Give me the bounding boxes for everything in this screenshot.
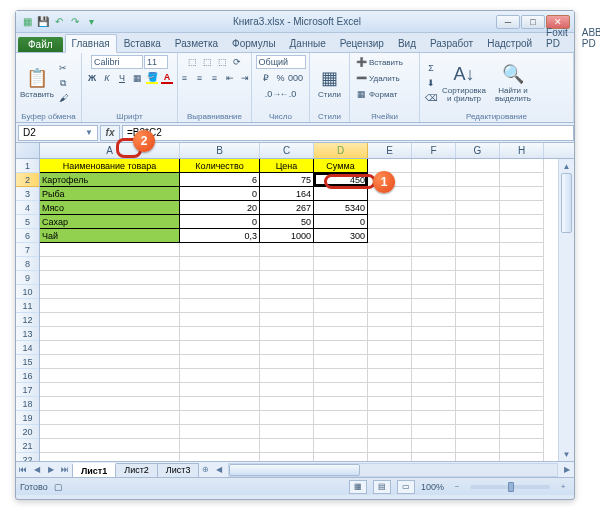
cell[interactable] <box>368 411 412 425</box>
cell[interactable] <box>260 299 314 313</box>
cell[interactable] <box>314 257 368 271</box>
cell[interactable] <box>260 243 314 257</box>
cell[interactable] <box>260 439 314 453</box>
file-tab[interactable]: Файл <box>18 37 63 52</box>
orientation-icon[interactable]: ⟳ <box>230 55 244 69</box>
insert-cells-icon[interactable]: ➕ <box>354 55 368 69</box>
cell[interactable] <box>412 271 456 285</box>
number-format-combo[interactable]: Общий <box>256 55 306 69</box>
row-header[interactable]: 11 <box>16 299 39 313</box>
cell[interactable] <box>368 425 412 439</box>
delete-cells-icon[interactable]: ➖ <box>354 71 368 85</box>
align-right-icon[interactable]: ≡ <box>208 71 222 85</box>
view-normal-icon[interactable]: ▦ <box>349 480 367 494</box>
cut-icon[interactable]: ✂ <box>56 61 70 75</box>
row-header[interactable]: 2 <box>16 173 39 187</box>
macro-record-icon[interactable]: ▢ <box>54 482 63 492</box>
align-center-icon[interactable]: ≡ <box>193 71 207 85</box>
cell[interactable] <box>368 355 412 369</box>
cell[interactable] <box>456 187 500 201</box>
cell[interactable] <box>500 285 544 299</box>
border-button[interactable]: ▦ <box>130 71 144 85</box>
cell[interactable] <box>500 271 544 285</box>
cell[interactable] <box>412 257 456 271</box>
cell[interactable]: 20 <box>180 201 260 215</box>
cell[interactable] <box>314 313 368 327</box>
zoom-in-icon[interactable]: + <box>556 480 570 494</box>
cell[interactable]: Наименование товара <box>40 159 180 173</box>
cell[interactable] <box>456 271 500 285</box>
cell[interactable] <box>260 411 314 425</box>
cell[interactable] <box>412 229 456 243</box>
cell[interactable] <box>314 369 368 383</box>
cell[interactable] <box>500 187 544 201</box>
cell[interactable]: 0 <box>180 187 260 201</box>
cell[interactable] <box>500 383 544 397</box>
cell[interactable] <box>456 173 500 187</box>
cell[interactable] <box>412 425 456 439</box>
autosum-icon[interactable]: Σ <box>424 61 438 75</box>
cell[interactable] <box>180 453 260 461</box>
row-header[interactable]: 18 <box>16 397 39 411</box>
cell[interactable] <box>260 383 314 397</box>
find-select-button[interactable]: 🔍 Найти и выделить <box>490 59 536 107</box>
sheet-tab-1[interactable]: Лист1 <box>72 463 116 477</box>
paste-button[interactable]: 📋 Вставить <box>20 59 54 107</box>
cell[interactable]: Сумма <box>314 159 368 173</box>
cell[interactable] <box>260 271 314 285</box>
styles-button[interactable]: ▦ Стили <box>314 59 345 107</box>
cell[interactable] <box>412 397 456 411</box>
cell[interactable]: 5340 <box>314 201 368 215</box>
cells[interactable]: Наименование товараКоличествоЦенаСуммаКа… <box>40 159 574 461</box>
vertical-scrollbar[interactable]: ▲ ▼ <box>558 159 574 461</box>
align-middle-icon[interactable]: ⬚ <box>200 55 214 69</box>
cell[interactable] <box>314 285 368 299</box>
name-box[interactable]: D2 ▼ <box>18 125 98 141</box>
cell[interactable] <box>500 397 544 411</box>
cell[interactable] <box>412 285 456 299</box>
insert-function-button[interactable]: fx <box>100 125 120 141</box>
fill-icon[interactable]: ⬇ <box>424 76 438 90</box>
view-page-layout-icon[interactable]: ▤ <box>373 480 391 494</box>
save-icon[interactable]: 💾 <box>36 15 50 29</box>
column-header-F[interactable]: F <box>412 143 456 158</box>
row-header[interactable]: 15 <box>16 355 39 369</box>
cell[interactable] <box>40 271 180 285</box>
italic-button[interactable]: К <box>100 71 114 85</box>
cell[interactable] <box>500 453 544 461</box>
cell[interactable] <box>368 439 412 453</box>
cell[interactable] <box>500 369 544 383</box>
cell[interactable] <box>260 327 314 341</box>
cell[interactable] <box>412 355 456 369</box>
cell[interactable] <box>412 313 456 327</box>
cell[interactable] <box>40 243 180 257</box>
sheet-nav-first-icon[interactable]: ⏮ <box>16 463 30 477</box>
cell[interactable]: 164 <box>260 187 314 201</box>
sheet-tab-3[interactable]: Лист3 <box>157 463 200 477</box>
row-header[interactable]: 8 <box>16 257 39 271</box>
cell[interactable] <box>40 439 180 453</box>
sort-filter-button[interactable]: A↓ Сортировка и фильтр <box>440 59 488 107</box>
column-header-B[interactable]: B <box>180 143 260 158</box>
minimize-button[interactable]: ─ <box>496 15 520 29</box>
row-header[interactable]: 21 <box>16 439 39 453</box>
row-header[interactable]: 7 <box>16 243 39 257</box>
cell[interactable] <box>314 327 368 341</box>
format-cells-icon[interactable]: ▦ <box>354 87 368 101</box>
cell[interactable]: 0 <box>314 215 368 229</box>
cell[interactable] <box>456 243 500 257</box>
cell[interactable] <box>412 201 456 215</box>
cell[interactable] <box>180 299 260 313</box>
cell[interactable] <box>40 313 180 327</box>
horizontal-scroll-thumb[interactable] <box>229 464 360 476</box>
cell[interactable] <box>412 159 456 173</box>
cell[interactable] <box>412 341 456 355</box>
cell[interactable] <box>456 369 500 383</box>
cell[interactable] <box>368 257 412 271</box>
cell[interactable] <box>314 299 368 313</box>
row-header[interactable]: 20 <box>16 425 39 439</box>
cell[interactable] <box>368 215 412 229</box>
hscroll-right-icon[interactable]: ▶ <box>560 463 574 477</box>
qat-more-icon[interactable]: ▾ <box>84 15 98 29</box>
column-header-E[interactable]: E <box>368 143 412 158</box>
